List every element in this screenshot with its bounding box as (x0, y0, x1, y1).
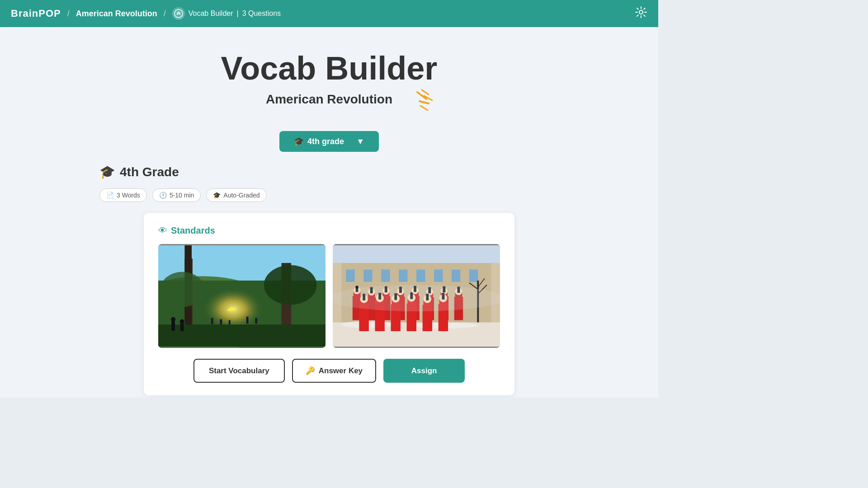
separator-2: / (164, 9, 166, 19)
settings-icon[interactable] (635, 6, 647, 21)
svg-rect-34 (399, 270, 407, 282)
svg-rect-19 (255, 318, 257, 324)
graded-badge-label: Auto-Graded (223, 192, 259, 199)
svg-rect-37 (452, 270, 460, 282)
svg-rect-33 (381, 270, 390, 282)
svg-rect-17 (220, 319, 222, 325)
start-vocabulary-button[interactable]: Start Vocabulary (193, 359, 285, 383)
time-badge-label: 5-10 min (170, 192, 194, 199)
svg-point-25 (160, 272, 204, 307)
main-content: Vocab Builder American Revolution 🎓 4th … (0, 27, 658, 398)
svg-rect-35 (416, 270, 425, 282)
svg-rect-20 (229, 320, 231, 325)
breadcrumb-vocab: Vocab Builder | 3 Questions (172, 7, 281, 20)
chevron-down-icon: ▼ (356, 137, 364, 146)
answer-key-button[interactable]: 🔑 Answer Key (292, 359, 376, 383)
svg-point-22 (171, 317, 175, 322)
pipe-separator: | (237, 9, 239, 18)
action-buttons: Start Vocabulary 🔑 Answer Key Assign (158, 359, 500, 383)
card-header: 👁 Standards (158, 225, 500, 236)
soldiers-scene (333, 244, 500, 348)
header: BrainPOP / American Revolution / Vocab B… (0, 0, 658, 27)
grade-heading-label: 4th Grade (120, 165, 179, 179)
grade-dropdown-label: 4th grade (307, 137, 344, 146)
vocab-builder-label: Vocab Builder (189, 9, 233, 18)
svg-line-3 (422, 90, 429, 94)
time-badge: 🕐 5-10 min (152, 188, 201, 202)
svg-rect-21 (171, 320, 175, 331)
standards-title: Standards (171, 225, 215, 236)
svg-point-24 (180, 319, 184, 324)
grade-label-left: 🎓 4th grade (294, 136, 344, 146)
eye-icon: 👁 (158, 225, 167, 236)
answer-key-label: Answer Key (319, 366, 363, 375)
key-icon: 🔑 (306, 366, 315, 375)
vocab-card: 👁 Standards (144, 213, 514, 395)
forest-battle-scene (158, 244, 326, 348)
vocab-builder-icon (172, 7, 185, 20)
words-badge: 📄 3 Words (99, 188, 147, 202)
grade-heading: 🎓 4th Grade (99, 164, 179, 179)
svg-rect-38 (469, 270, 478, 282)
svg-line-6 (420, 106, 428, 110)
svg-point-1 (639, 10, 643, 14)
clock-icon: 🕐 (159, 192, 167, 199)
svg-point-26 (264, 265, 317, 305)
svg-rect-32 (363, 270, 372, 282)
svg-line-5 (420, 101, 429, 103)
svg-rect-36 (434, 270, 443, 282)
svg-rect-16 (211, 318, 213, 324)
words-badge-label: 3 Words (117, 192, 140, 199)
page-subtitle: American Revolution (266, 92, 392, 107)
brainpop-logo[interactable]: BrainPOP (11, 8, 61, 19)
words-icon: 📄 (106, 192, 114, 199)
breadcrumb: BrainPOP / American Revolution / Vocab B… (11, 7, 281, 20)
badges-row: 📄 3 Words 🕐 5-10 min 🎓 Auto-Graded (99, 188, 267, 202)
grade-dropdown-wrapper: 🎓 4th grade ▼ (279, 131, 379, 152)
spark-decoration (392, 88, 433, 119)
svg-rect-18 (246, 317, 249, 324)
svg-rect-31 (346, 270, 354, 282)
images-row (158, 244, 500, 348)
assign-button[interactable]: Assign (383, 359, 465, 383)
page-title: Vocab Builder (221, 50, 438, 87)
questions-count: 3 Questions (242, 9, 281, 18)
svg-point-102 (333, 285, 500, 311)
breadcrumb-topic[interactable]: American Revolution (76, 9, 157, 19)
grade-cap-icon: 🎓 (99, 164, 115, 179)
graded-badge: 🎓 Auto-Graded (206, 188, 266, 202)
separator-1: / (67, 9, 70, 19)
grade-dropdown[interactable]: 🎓 4th grade ▼ (279, 131, 379, 152)
graduation-cap-icon: 🎓 (294, 136, 304, 146)
graded-icon: 🎓 (213, 192, 221, 199)
